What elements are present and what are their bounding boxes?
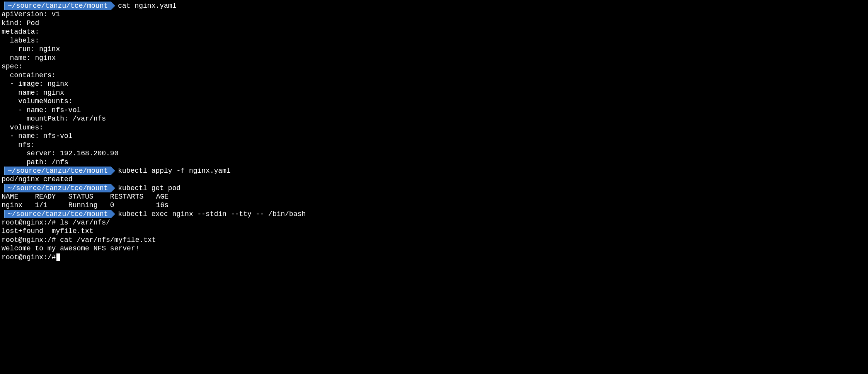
output-line: name: nginx [2,88,866,97]
output-line: labels: [2,36,866,45]
output-line: pod/nginx created [2,175,866,184]
output-line: - name: nfs-vol [2,106,866,115]
output-line: path: /nfs [2,158,866,167]
output-line: lost+found myfile.txt [2,227,866,236]
output-line: Welcome to my awesome NFS server! [2,244,866,253]
bash-prompt-line: root@nginx:/# ls /var/nfs/ [2,218,866,227]
prompt-line: ~/source/tanzu/tce/mount cat nginx.yaml [2,2,866,10]
output-line: mountPath: /var/nfs [2,114,866,123]
cursor [56,253,60,261]
command-text: kubectl get pod [118,184,180,192]
bash-prompt-line: root@nginx:/# cat /var/nfs/myfile.txt [2,236,866,245]
output-line: containers: [2,71,866,80]
output-line: NAME READY STATUS RESTARTS AGE [2,192,866,201]
output-line: nginx 1/1 Running 0 16s [2,201,866,210]
output-line: volumeMounts: [2,97,866,106]
output-line: spec: [2,62,866,71]
bash-prompt: root@nginx:/# [2,253,56,261]
prompt-line: ~/source/tanzu/tce/mount kubectl apply -… [2,167,866,175]
bash-prompt: root@nginx:/# [2,219,60,226]
bash-prompt: root@nginx:/# [2,236,60,244]
output-line: run: nginx [2,45,866,54]
output-line: - name: nfs-vol [2,132,866,141]
bash-prompt-line[interactable]: root@nginx:/# [2,253,866,262]
output-line: apiVersion: v1 [2,10,866,19]
prompt-line: ~/source/tanzu/tce/mount kubectl exec ng… [2,210,866,218]
output-line: volumes: [2,123,866,132]
cwd-badge: ~/source/tanzu/tce/mount [4,184,111,192]
terminal-window[interactable]: ~/source/tanzu/tce/mount cat nginx.yamla… [2,2,866,262]
output-line: metadata: [2,27,866,36]
output-line: nfs: [2,141,866,150]
command-text: kubectl apply -f nginx.yaml [118,167,231,175]
output-line: name: nginx [2,54,866,63]
bash-command: ls /var/nfs/ [60,219,110,226]
command-text: cat nginx.yaml [118,2,176,10]
cwd-badge: ~/source/tanzu/tce/mount [4,167,111,175]
output-line: - image: nginx [2,80,866,88]
prompt-line: ~/source/tanzu/tce/mount kubectl get pod [2,184,866,192]
cwd-badge: ~/source/tanzu/tce/mount [4,210,111,218]
output-line: server: 192.168.200.90 [2,149,866,158]
cwd-badge: ~/source/tanzu/tce/mount [4,2,111,10]
command-text: kubectl exec nginx --stdin --tty -- /bin… [118,210,306,218]
output-line: kind: Pod [2,19,866,28]
bash-command: cat /var/nfs/myfile.txt [60,236,156,244]
